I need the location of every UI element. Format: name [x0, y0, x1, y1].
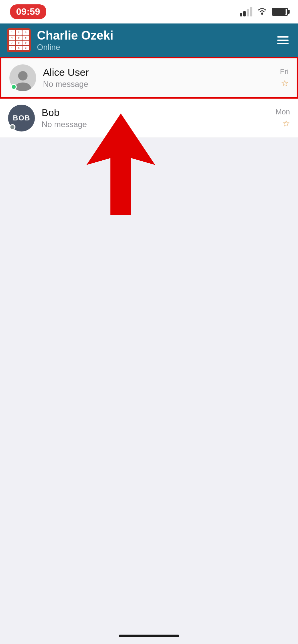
contact-meta-alice: Fri ☆ — [280, 67, 289, 89]
status-dot-bob — [9, 124, 15, 130]
contact-list: Alice User No message Fri ☆ BOB Bob No m… — [0, 57, 298, 138]
contact-row-alice[interactable]: Alice User No message Fri ☆ — [0, 57, 298, 99]
home-indicator — [119, 635, 179, 637]
svg-point-1 — [18, 71, 28, 80]
header-info: Charlie Ozeki Online — [37, 29, 268, 52]
menu-button[interactable] — [275, 34, 291, 47]
status-icons — [240, 6, 288, 18]
svg-point-0 — [261, 13, 263, 15]
contact-name-alice: Alice User — [43, 67, 273, 78]
star-icon-alice[interactable]: ☆ — [281, 78, 289, 89]
contact-time-alice: Fri — [280, 67, 289, 76]
status-dot-alice — [11, 84, 17, 90]
contact-info-alice: Alice User No message — [43, 67, 273, 89]
star-icon-bob[interactable]: ☆ — [282, 118, 290, 129]
contact-time-bob: Mon — [276, 108, 290, 116]
header-title: Charlie Ozeki — [37, 29, 268, 43]
avatar-alice — [9, 64, 36, 91]
contact-meta-bob: Mon ☆ — [276, 108, 290, 129]
app-logo: 123 456 789 *0# — [7, 28, 31, 52]
avatar-bob: BOB — [8, 105, 35, 131]
status-bar: 09:59 — [0, 0, 298, 23]
signal-icon — [240, 7, 252, 16]
contact-name-bob: Bob — [42, 107, 269, 118]
battery-icon — [272, 8, 288, 16]
header: 123 456 789 *0# Charlie Ozeki Online — [0, 23, 298, 57]
contact-preview-bob: No message — [42, 120, 269, 129]
contact-row-bob[interactable]: BOB Bob No message Mon ☆ — [0, 99, 298, 138]
contact-info-bob: Bob No message — [42, 107, 269, 129]
wifi-icon — [256, 6, 268, 18]
header-status: Online — [37, 43, 268, 52]
status-time: 09:59 — [10, 4, 46, 19]
contact-preview-alice: No message — [43, 79, 273, 89]
